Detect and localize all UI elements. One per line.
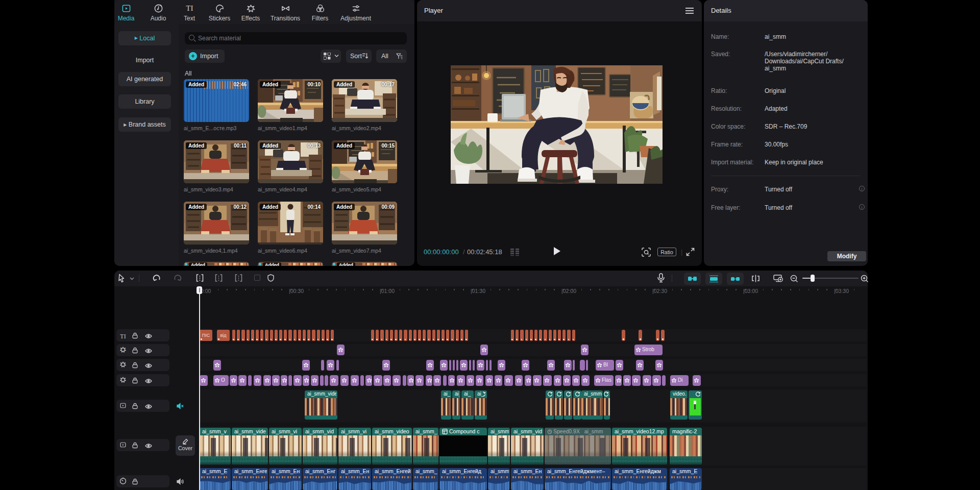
svg-text:TI: TI bbox=[186, 4, 193, 12]
